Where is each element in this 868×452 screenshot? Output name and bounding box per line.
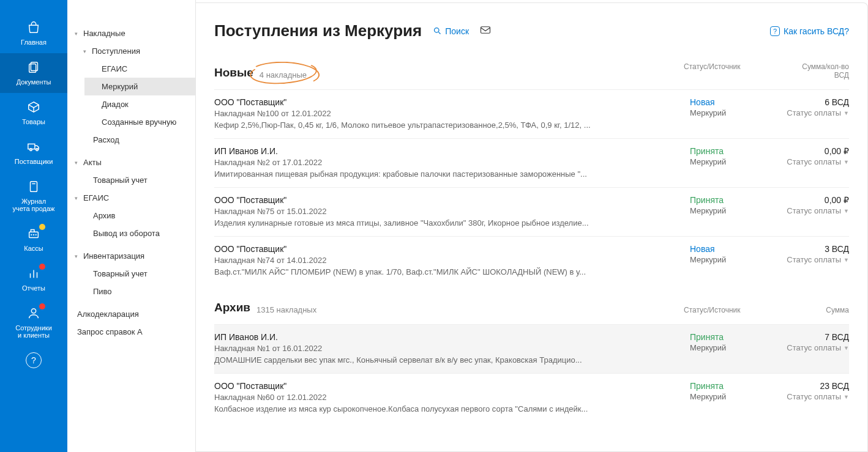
list-row[interactable]: ИП Иванов И.И.Накладная №2 от 17.01.2022… (214, 138, 849, 187)
chevron-down-icon: ▾ (75, 195, 81, 201)
box-icon (26, 99, 42, 115)
row-status: Новая (690, 244, 763, 254)
tree-akty[interactable]: ▾ Акты (67, 154, 195, 171)
tree-zapros[interactable]: Запрос справок А (67, 323, 195, 341)
row-amount: 23 ВСД (763, 381, 849, 391)
list-archive: ИП Иванов И.И.Накладная №1 от 16.01.2022… (214, 324, 849, 422)
chevron-down-icon: ▼ (844, 208, 849, 214)
list-row[interactable]: ООО "Поставщик"Накладная №100 от 12.01.2… (214, 89, 849, 138)
rail-cash[interactable]: Кассы (0, 220, 67, 259)
payment-status-dropdown[interactable]: Статус оплаты▼ (787, 392, 849, 401)
row-description: Имитированная пищевая рыбная продукция: … (214, 169, 606, 179)
mail-button[interactable] (480, 26, 491, 36)
svg-rect-17 (481, 27, 490, 34)
col-sum-header: Сумма/кол-во ВСД (782, 62, 849, 80)
svg-rect-5 (31, 182, 37, 192)
row-subtitle: Накладная №74 от 14.01.2022 (214, 256, 690, 265)
section-archive-title: Архив (214, 301, 250, 314)
help-icon: ? (770, 26, 780, 36)
rail-home[interactable]: Главная (0, 13, 67, 53)
tree-alko[interactable]: Алкодекларация (67, 305, 195, 323)
tree-egais[interactable]: ЕГАИС (84, 60, 195, 78)
tree-egais-group[interactable]: ▾ ЕГАИС (67, 189, 195, 207)
bag-icon (26, 20, 42, 35)
col-status-header: Статус/Источник (684, 306, 757, 314)
row-source: Меркурий (690, 343, 763, 352)
rail-goods[interactable]: Товары (0, 93, 67, 133)
svg-point-8 (31, 234, 32, 235)
row-status: Принята (690, 332, 763, 342)
tree-rashod[interactable]: Расход (76, 131, 195, 149)
svg-point-14 (31, 309, 36, 313)
tree-manual[interactable]: Созданные вручную (84, 113, 195, 131)
tree-invent[interactable]: ▾ Инвентаризация (67, 247, 195, 265)
tree-arhiv[interactable]: Архив (76, 207, 195, 224)
row-subtitle: Накладная №60 от 12.01.2022 (214, 393, 690, 402)
svg-point-15 (435, 28, 440, 33)
section-new-title: Новые (214, 66, 253, 80)
svg-point-9 (34, 234, 34, 235)
row-status: Новая (690, 97, 763, 107)
payment-status-dropdown[interactable]: Статус оплаты▼ (787, 343, 849, 352)
row-source: Меркурий (690, 255, 763, 264)
rail-suppliers[interactable]: Поставщики (0, 133, 67, 172)
row-source: Меркурий (690, 206, 763, 215)
row-subtitle: Накладная №75 от 15.01.2022 (214, 207, 690, 216)
chevron-down-icon: ▼ (844, 159, 849, 165)
rail-documents[interactable]: Документы (0, 53, 67, 93)
tree-pivo[interactable]: Пиво (76, 283, 195, 300)
help-link[interactable]: ? Как гасить ВСД? (770, 26, 849, 36)
row-title: ИП Иванов И.И. (214, 332, 690, 342)
row-source: Меркурий (690, 392, 763, 401)
tree-nakladnye[interactable]: ▾ Накладные (67, 24, 195, 42)
search-link[interactable]: Поиск (433, 26, 469, 36)
section-archive-count: 1315 накладных (256, 305, 316, 314)
badge-icon (39, 303, 45, 309)
row-title: ООО "Поставщик" (214, 244, 690, 254)
row-amount: 7 ВСД (763, 332, 849, 342)
tree-tovarny-uchet[interactable]: Товарный учет (76, 171, 195, 189)
rail-staff[interactable]: Сотрудники и клиенты (0, 299, 67, 346)
tree-postupleniya[interactable]: ▾ Поступления (76, 42, 195, 60)
payment-status-dropdown[interactable]: Статус оплаты▼ (787, 157, 849, 166)
svg-point-3 (30, 149, 32, 151)
cash-register-icon (26, 226, 42, 242)
rail-sales-journal[interactable]: Журнал учета продаж (0, 172, 67, 220)
main-header: Поступления из Меркурия Поиск ? Как гаси… (214, 21, 849, 40)
row-subtitle: Накладная №100 от 12.01.2022 (214, 109, 690, 118)
list-row[interactable]: ООО "Поставщик"Накладная №74 от 14.01.20… (214, 236, 849, 285)
search-icon (433, 26, 442, 35)
rail-reports[interactable]: Отчеты (0, 259, 67, 299)
help-button[interactable]: ? (26, 352, 42, 368)
row-status: Принята (690, 195, 763, 205)
col-status-header: Статус/Источник (684, 62, 757, 80)
chevron-down-icon: ▼ (844, 110, 849, 116)
chevron-down-icon: ▾ (75, 253, 81, 259)
row-amount: 0,00 ₽ (763, 146, 849, 156)
chevron-down-icon: ▾ (75, 31, 81, 37)
row-title: ИП Иванов И.И. (214, 146, 690, 156)
section-new-header: Новые 4 накладные Статус/Источник Сумма/… (214, 62, 849, 83)
row-source: Меркурий (690, 108, 763, 117)
row-title: ООО "Поставщик" (214, 381, 690, 391)
payment-status-dropdown[interactable]: Статус оплаты▼ (787, 108, 849, 117)
tree-tovarny-uchet-2[interactable]: Товарный учет (76, 265, 195, 283)
tree-vyvod[interactable]: Вывод из оборота (76, 224, 195, 242)
tree-diadoc[interactable]: Диадок (84, 95, 195, 113)
payment-status-dropdown[interactable]: Статус оплаты▼ (787, 255, 849, 264)
row-source: Меркурий (690, 157, 763, 166)
tablet-icon (26, 179, 42, 195)
row-amount: 0,00 ₽ (763, 195, 849, 205)
list-row[interactable]: ООО "Поставщик"Накладная №60 от 12.01.20… (214, 373, 849, 422)
badge-icon (39, 224, 45, 230)
payment-status-dropdown[interactable]: Статус оплаты▼ (787, 206, 849, 215)
page-title: Поступления из Меркурия (214, 21, 422, 40)
col-sum-header: Сумма (782, 306, 849, 314)
list-row[interactable]: ООО "Поставщик"Накладная №75 от 15.01.20… (214, 187, 849, 236)
tree-mercury[interactable]: Меркурий (84, 78, 195, 95)
row-description: ДОМАШНИЕ сардельки вес упак мгс., Коньяч… (214, 355, 606, 365)
row-status: Принята (690, 381, 763, 391)
chevron-down-icon: ▼ (844, 394, 849, 400)
person-icon (26, 305, 42, 321)
list-row[interactable]: ИП Иванов И.И.Накладная №1 от 16.01.2022… (214, 324, 849, 373)
